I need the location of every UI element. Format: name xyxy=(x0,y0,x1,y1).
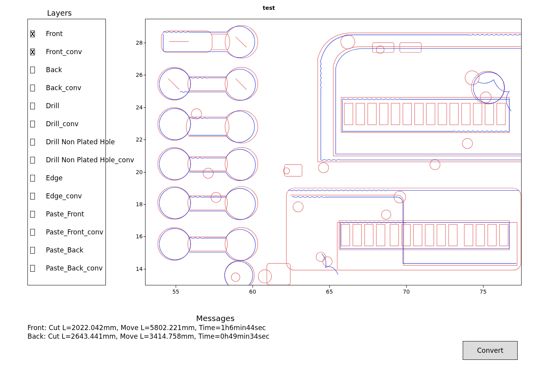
svg-point-5 xyxy=(225,67,258,100)
svg-rect-22 xyxy=(267,263,291,285)
layer-checkbox[interactable] xyxy=(30,265,35,272)
layer-checkbox[interactable] xyxy=(30,193,35,200)
y-tick: 20 xyxy=(132,169,143,175)
layer-item-back-conv[interactable]: Back_conv xyxy=(31,79,102,97)
y-tick: 18 xyxy=(132,201,143,207)
layer-label: Back xyxy=(46,66,62,74)
svg-rect-54 xyxy=(353,224,362,246)
layer-label: Front xyxy=(46,30,63,38)
layer-item-drill-non-plated-hole-conv[interactable]: Drill Non Plated Hole_conv xyxy=(31,151,102,169)
layer-item-drill-conv[interactable]: Drill_conv xyxy=(31,115,102,133)
svg-rect-43 xyxy=(485,103,494,125)
layer-checkbox[interactable] xyxy=(30,157,35,163)
layer-label: Drill xyxy=(46,102,59,110)
svg-rect-61 xyxy=(437,224,445,246)
layer-checkbox[interactable] xyxy=(30,31,35,37)
svg-rect-64 xyxy=(476,224,485,246)
layer-item-paste-back[interactable]: Paste_Back xyxy=(31,241,102,259)
plot-canvas xyxy=(145,19,521,285)
svg-point-48 xyxy=(293,202,303,212)
svg-rect-25 xyxy=(373,43,394,53)
svg-rect-31 xyxy=(344,103,353,125)
message-line: Front: Cut L=2022.042mm, Move L=5802.221… xyxy=(27,324,266,332)
svg-point-29 xyxy=(318,163,329,173)
svg-point-10 xyxy=(191,109,202,119)
svg-line-3 xyxy=(236,37,247,47)
y-tick: 28 xyxy=(132,40,143,46)
layer-item-drill[interactable]: Drill xyxy=(31,97,102,115)
svg-point-52 xyxy=(323,257,332,266)
x-tick: 60 xyxy=(247,289,258,295)
layer-label: Edge_conv xyxy=(46,192,82,200)
layer-item-edge-conv[interactable]: Edge_conv xyxy=(31,187,102,205)
layer-label: Front_conv xyxy=(46,48,82,56)
layer-item-drill-non-plated-hole[interactable]: Drill Non Plated Hole xyxy=(31,133,102,151)
layers-panel: FrontFront_convBackBack_convDrillDrill_c… xyxy=(27,19,106,285)
layer-label: Paste_Front_conv xyxy=(46,228,103,236)
svg-rect-56 xyxy=(376,224,385,246)
svg-rect-39 xyxy=(438,103,447,125)
layer-item-paste-back-conv[interactable]: Paste_Back_conv xyxy=(31,259,102,277)
layer-checkbox[interactable] xyxy=(30,247,35,254)
svg-point-20 xyxy=(258,270,272,283)
x-tick: 55 xyxy=(170,289,182,295)
layer-item-front[interactable]: Front xyxy=(31,25,102,43)
layer-checkbox[interactable] xyxy=(30,49,35,55)
svg-rect-57 xyxy=(390,224,399,246)
layer-label: Back_conv xyxy=(46,84,81,92)
layer-label: Paste_Back xyxy=(46,246,84,254)
plot-title: test xyxy=(263,5,275,11)
x-tick: 65 xyxy=(324,289,335,295)
y-tick: 16 xyxy=(132,233,143,240)
svg-rect-66 xyxy=(500,224,508,246)
y-tick: 24 xyxy=(132,104,143,111)
svg-point-16 xyxy=(211,192,221,203)
svg-point-12 xyxy=(225,147,258,180)
convert-button[interactable]: Convert xyxy=(463,341,518,360)
layer-item-paste-front[interactable]: Paste_Front xyxy=(31,205,102,223)
layer-checkbox[interactable] xyxy=(30,211,35,218)
messages-title: Messages xyxy=(196,314,235,323)
y-tick: 26 xyxy=(132,72,143,78)
layer-checkbox[interactable] xyxy=(30,85,35,91)
layer-item-paste-front-conv[interactable]: Paste_Front_conv xyxy=(31,223,102,241)
x-tick: 75 xyxy=(477,289,489,295)
svg-point-15 xyxy=(225,187,258,220)
layer-item-back[interactable]: Back xyxy=(31,61,102,79)
layer-label: Paste_Back_conv xyxy=(46,264,103,272)
svg-rect-38 xyxy=(426,103,435,125)
layer-item-edge[interactable]: Edge xyxy=(31,169,102,187)
layer-label: Drill Non Plated Hole_conv xyxy=(46,156,134,164)
svg-rect-60 xyxy=(425,224,434,246)
svg-point-23 xyxy=(341,35,355,49)
svg-rect-44 xyxy=(497,103,505,125)
layer-checkbox[interactable] xyxy=(30,175,35,181)
layer-checkbox[interactable] xyxy=(30,103,35,109)
svg-rect-53 xyxy=(341,224,350,246)
layer-checkbox[interactable] xyxy=(30,121,35,127)
layer-label: Drill Non Plated Hole xyxy=(46,138,115,146)
plot-area[interactable] xyxy=(145,19,522,285)
svg-rect-41 xyxy=(462,103,470,125)
layer-label: Edge xyxy=(46,174,63,182)
svg-point-9 xyxy=(225,110,258,143)
layer-item-front-conv[interactable]: Front_conv xyxy=(31,43,102,61)
svg-rect-36 xyxy=(403,103,411,125)
y-tick: 22 xyxy=(132,136,143,143)
svg-rect-35 xyxy=(391,103,400,125)
layer-checkbox[interactable] xyxy=(30,139,35,145)
layer-checkbox[interactable] xyxy=(30,67,35,73)
svg-point-19 xyxy=(225,260,255,285)
svg-rect-34 xyxy=(380,103,388,125)
svg-line-7 xyxy=(236,79,247,90)
svg-point-21 xyxy=(231,273,240,281)
svg-rect-33 xyxy=(368,103,376,125)
layer-label: Paste_Front xyxy=(46,210,84,218)
svg-rect-59 xyxy=(413,224,422,246)
svg-rect-55 xyxy=(365,224,373,246)
svg-rect-37 xyxy=(414,103,423,125)
svg-point-50 xyxy=(382,210,391,220)
svg-line-6 xyxy=(168,79,179,90)
layer-checkbox[interactable] xyxy=(30,229,35,236)
svg-rect-62 xyxy=(449,224,457,246)
